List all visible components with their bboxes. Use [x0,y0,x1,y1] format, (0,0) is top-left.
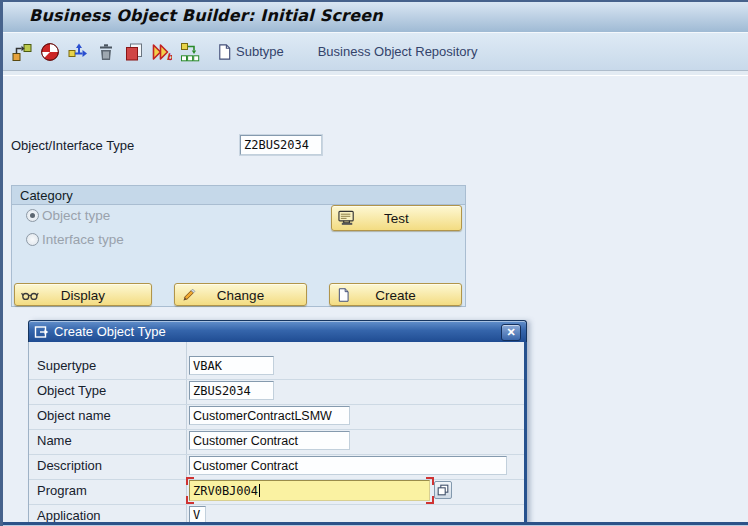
name-label: Name [37,433,72,448]
application-field[interactable]: V [189,506,206,523]
create-button[interactable]: Create [329,283,462,306]
supertype-label: Supertype [37,358,96,373]
object-interface-type-label: Object/Interface Type [11,138,134,153]
move-icon[interactable] [68,42,88,62]
radio-button-selected-icon [26,209,39,222]
sap-window: Business Object Builder: Initial Screen [0,0,748,526]
dialog-window-icon [34,324,50,340]
display-button-label: Display [15,287,151,302]
object-name-label: Object name [37,408,111,423]
new-document-icon [216,43,233,61]
program-row: Program ZRV0BJ004 [29,479,524,505]
test-button-label: Test [332,211,461,226]
description-label: Description [37,458,102,473]
relationships-icon[interactable] [12,42,32,62]
name-row: Name Customer Contract [29,429,524,455]
toolbar-separator [3,70,748,76]
supertype-field[interactable]: VBAK [189,356,274,375]
program-field-value: ZRV0BJ004 [193,484,258,498]
display-button[interactable]: Display [14,283,152,306]
radio-button-icon [26,233,39,246]
object-name-field[interactable]: CustomerContractLSMW [189,406,350,425]
change-button[interactable]: Change [174,283,307,306]
subtype-label: Subtype [236,44,284,59]
window-titlebar: Business Object Builder: Initial Screen [3,2,748,33]
radio-object-type[interactable]: Object type [26,208,110,223]
delete-icon[interactable] [96,42,116,62]
check-circle-icon[interactable] [40,42,60,62]
object-interface-type-field[interactable]: Z2BUS2034 [240,135,322,155]
create-button-label: Create [330,287,461,302]
radio-interface-type-label: Interface type [42,232,124,247]
radio-interface-type[interactable]: Interface type [26,232,124,247]
overlapping-pages-icon [436,483,450,497]
dialog-titlebar[interactable]: Create Object Type ✕ [28,320,527,342]
dialog-body: Supertype VBAK Object Type ZBUS2034 Obje… [28,342,527,526]
supertype-row: Supertype VBAK [29,354,524,380]
object-type-field[interactable]: ZBUS2034 [189,381,274,400]
description-row: Description Customer Contract [29,454,524,480]
text-cursor [259,484,260,497]
program-label: Program [37,483,87,498]
object-type-row: Object Type ZBUS2034 [29,379,524,405]
debug-icon[interactable]: b [152,42,172,62]
business-object-repository-button[interactable]: Business Object Repository [318,44,478,59]
category-title: Category [20,188,73,203]
object-name-row: Object name CustomerContractLSMW [29,404,524,430]
generate-icon[interactable] [180,42,200,62]
category-groupbox-header: Category [12,186,465,205]
category-groupbox: Category Object type Interface type Test [11,185,466,307]
name-field[interactable]: Customer Contract [189,431,350,450]
program-field[interactable]: ZRV0BJ004 [189,480,430,501]
object-type-label: Object Type [37,383,106,398]
matchcode-button[interactable] [434,481,452,499]
bottom-border [3,522,748,526]
test-button[interactable]: Test [331,205,462,231]
svg-text:b: b [167,52,173,62]
subtype-button[interactable]: Subtype [216,43,284,61]
description-field[interactable]: Customer Contract [189,456,507,475]
page-title: Business Object Builder: Initial Screen [29,6,383,25]
create-object-type-dialog: Create Object Type ✕ Supertype VBAK Obje… [28,320,527,526]
dialog-title: Create Object Type [54,324,166,339]
copy-icon[interactable] [124,42,144,62]
application-toolbar: b Subtype Business Object Repository [3,33,748,70]
close-icon[interactable]: ✕ [501,324,521,341]
application-label: Application [37,508,101,523]
radio-object-type-label: Object type [42,208,110,223]
change-button-label: Change [175,287,306,302]
